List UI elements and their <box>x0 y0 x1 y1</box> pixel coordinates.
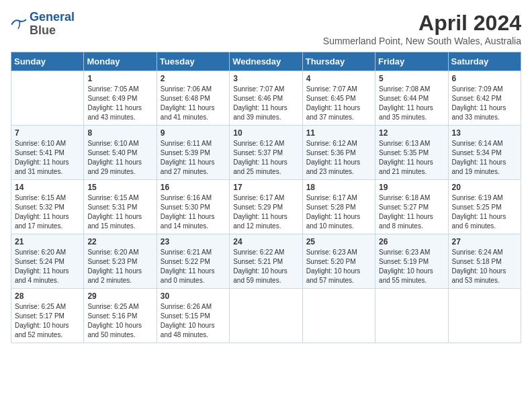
calendar-cell: 16Sunrise: 6:16 AM Sunset: 5:30 PM Dayli… <box>157 180 229 234</box>
calendar-cell: 14Sunrise: 6:15 AM Sunset: 5:32 PM Dayli… <box>11 180 84 234</box>
day-number: 8 <box>87 128 152 138</box>
day-number: 7 <box>15 128 80 138</box>
title-block: April 2024 Summerland Point, New South W… <box>323 11 521 46</box>
day-content: Sunrise: 6:23 AM Sunset: 5:19 PM Dayligh… <box>379 248 444 285</box>
day-content: Sunrise: 6:17 AM Sunset: 5:29 PM Dayligh… <box>233 193 298 231</box>
calendar-cell: 5Sunrise: 7:08 AM Sunset: 6:44 PM Daylig… <box>375 71 448 126</box>
calendar-cell: 9Sunrise: 6:11 AM Sunset: 5:39 PM Daylig… <box>157 126 229 180</box>
day-number: 18 <box>306 183 371 192</box>
day-number: 6 <box>452 74 517 83</box>
day-number: 27 <box>452 237 517 246</box>
day-content: Sunrise: 7:09 AM Sunset: 6:42 PM Dayligh… <box>452 85 517 122</box>
calendar-cell: 6Sunrise: 7:09 AM Sunset: 6:42 PM Daylig… <box>448 71 521 126</box>
logo: General Blue <box>11 11 75 38</box>
calendar-cell: 8Sunrise: 6:10 AM Sunset: 5:40 PM Daylig… <box>84 126 157 180</box>
calendar-cell: 22Sunrise: 6:20 AM Sunset: 5:23 PM Dayli… <box>84 234 157 289</box>
day-number: 25 <box>306 237 371 246</box>
day-number: 22 <box>87 237 152 246</box>
calendar-cell: 30Sunrise: 6:26 AM Sunset: 5:15 PM Dayli… <box>157 289 229 343</box>
week-row-4: 21Sunrise: 6:20 AM Sunset: 5:24 PM Dayli… <box>11 234 521 289</box>
calendar-cell: 17Sunrise: 6:17 AM Sunset: 5:29 PM Dayli… <box>230 180 302 234</box>
week-row-3: 14Sunrise: 6:15 AM Sunset: 5:32 PM Dayli… <box>11 180 521 234</box>
day-content: Sunrise: 7:05 AM Sunset: 6:49 PM Dayligh… <box>87 85 152 122</box>
day-number: 11 <box>306 128 371 138</box>
day-content: Sunrise: 6:16 AM Sunset: 5:30 PM Dayligh… <box>161 193 226 231</box>
day-number: 24 <box>233 237 298 246</box>
weekday-header-monday: Monday <box>84 52 157 71</box>
day-content: Sunrise: 6:19 AM Sunset: 5:25 PM Dayligh… <box>452 193 517 231</box>
day-content: Sunrise: 6:21 AM Sunset: 5:22 PM Dayligh… <box>161 248 226 285</box>
calendar-cell <box>11 71 84 126</box>
day-content: Sunrise: 7:06 AM Sunset: 6:48 PM Dayligh… <box>161 85 226 122</box>
day-number: 15 <box>87 183 152 192</box>
weekday-header-row: SundayMondayTuesdayWednesdayThursdayFrid… <box>11 52 521 71</box>
day-content: Sunrise: 7:07 AM Sunset: 6:46 PM Dayligh… <box>233 85 298 122</box>
calendar-cell <box>375 289 448 343</box>
day-content: Sunrise: 6:15 AM Sunset: 5:31 PM Dayligh… <box>87 193 152 231</box>
day-content: Sunrise: 6:25 AM Sunset: 5:16 PM Dayligh… <box>87 302 152 340</box>
day-content: Sunrise: 6:24 AM Sunset: 5:18 PM Dayligh… <box>452 248 517 285</box>
calendar-cell: 29Sunrise: 6:25 AM Sunset: 5:16 PM Dayli… <box>84 289 157 343</box>
calendar-cell: 15Sunrise: 6:15 AM Sunset: 5:31 PM Dayli… <box>84 180 157 234</box>
location-subtitle: Summerland Point, New South Wales, Austr… <box>323 36 521 46</box>
day-content: Sunrise: 6:23 AM Sunset: 5:20 PM Dayligh… <box>306 248 371 285</box>
day-number: 30 <box>161 291 226 301</box>
day-content: Sunrise: 6:20 AM Sunset: 5:23 PM Dayligh… <box>87 248 152 285</box>
calendar-cell: 11Sunrise: 6:12 AM Sunset: 5:36 PM Dayli… <box>302 126 375 180</box>
day-content: Sunrise: 6:11 AM Sunset: 5:39 PM Dayligh… <box>161 139 226 177</box>
day-number: 26 <box>379 237 444 246</box>
day-number: 14 <box>15 183 80 192</box>
calendar-cell: 2Sunrise: 7:06 AM Sunset: 6:48 PM Daylig… <box>157 71 229 126</box>
calendar-table: SundayMondayTuesdayWednesdayThursdayFrid… <box>11 52 521 343</box>
weekday-header-wednesday: Wednesday <box>230 52 302 71</box>
day-content: Sunrise: 6:12 AM Sunset: 5:37 PM Dayligh… <box>233 139 298 177</box>
calendar-cell: 24Sunrise: 6:22 AM Sunset: 5:21 PM Dayli… <box>230 234 302 289</box>
day-number: 13 <box>452 128 517 138</box>
day-number: 23 <box>161 237 226 246</box>
day-content: Sunrise: 6:10 AM Sunset: 5:40 PM Dayligh… <box>87 139 152 177</box>
day-content: Sunrise: 6:13 AM Sunset: 5:35 PM Dayligh… <box>379 139 444 177</box>
calendar-cell: 26Sunrise: 6:23 AM Sunset: 5:19 PM Dayli… <box>375 234 448 289</box>
weekday-header-tuesday: Tuesday <box>157 52 229 71</box>
day-number: 28 <box>15 291 80 301</box>
logo-icon <box>11 17 27 31</box>
day-number: 10 <box>233 128 298 138</box>
calendar-cell: 27Sunrise: 6:24 AM Sunset: 5:18 PM Dayli… <box>448 234 521 289</box>
week-row-5: 28Sunrise: 6:25 AM Sunset: 5:17 PM Dayli… <box>11 289 521 343</box>
day-number: 4 <box>306 74 371 83</box>
day-number: 20 <box>452 183 517 192</box>
page-header: General Blue April 2024 Summerland Point… <box>11 11 521 46</box>
day-content: Sunrise: 6:17 AM Sunset: 5:28 PM Dayligh… <box>306 193 371 231</box>
day-number: 3 <box>233 74 298 83</box>
calendar-cell: 12Sunrise: 6:13 AM Sunset: 5:35 PM Dayli… <box>375 126 448 180</box>
calendar-cell: 21Sunrise: 6:20 AM Sunset: 5:24 PM Dayli… <box>11 234 84 289</box>
day-number: 29 <box>87 291 152 301</box>
day-content: Sunrise: 6:25 AM Sunset: 5:17 PM Dayligh… <box>15 302 80 340</box>
day-number: 2 <box>161 74 226 83</box>
day-number: 12 <box>379 128 444 138</box>
month-title: April 2024 <box>323 11 521 36</box>
week-row-1: 1Sunrise: 7:05 AM Sunset: 6:49 PM Daylig… <box>11 71 521 126</box>
logo-text: General Blue <box>30 11 75 38</box>
day-content: Sunrise: 6:26 AM Sunset: 5:15 PM Dayligh… <box>161 302 226 340</box>
calendar-cell <box>302 289 375 343</box>
day-number: 9 <box>161 128 226 138</box>
calendar-cell: 19Sunrise: 6:18 AM Sunset: 5:27 PM Dayli… <box>375 180 448 234</box>
day-content: Sunrise: 6:10 AM Sunset: 5:41 PM Dayligh… <box>15 139 80 177</box>
weekday-header-saturday: Saturday <box>448 52 521 71</box>
calendar-cell: 20Sunrise: 6:19 AM Sunset: 5:25 PM Dayli… <box>448 180 521 234</box>
day-number: 1 <box>87 74 152 83</box>
calendar-cell <box>448 289 521 343</box>
calendar-cell: 7Sunrise: 6:10 AM Sunset: 5:41 PM Daylig… <box>11 126 84 180</box>
day-content: Sunrise: 6:18 AM Sunset: 5:27 PM Dayligh… <box>379 193 444 231</box>
day-content: Sunrise: 6:12 AM Sunset: 5:36 PM Dayligh… <box>306 139 371 177</box>
day-number: 16 <box>161 183 226 192</box>
week-row-2: 7Sunrise: 6:10 AM Sunset: 5:41 PM Daylig… <box>11 126 521 180</box>
weekday-header-friday: Friday <box>375 52 448 71</box>
weekday-header-sunday: Sunday <box>11 52 84 71</box>
calendar-cell: 3Sunrise: 7:07 AM Sunset: 6:46 PM Daylig… <box>230 71 302 126</box>
day-number: 19 <box>379 183 444 192</box>
calendar-cell <box>230 289 302 343</box>
day-content: Sunrise: 6:22 AM Sunset: 5:21 PM Dayligh… <box>233 248 298 285</box>
calendar-cell: 10Sunrise: 6:12 AM Sunset: 5:37 PM Dayli… <box>230 126 302 180</box>
